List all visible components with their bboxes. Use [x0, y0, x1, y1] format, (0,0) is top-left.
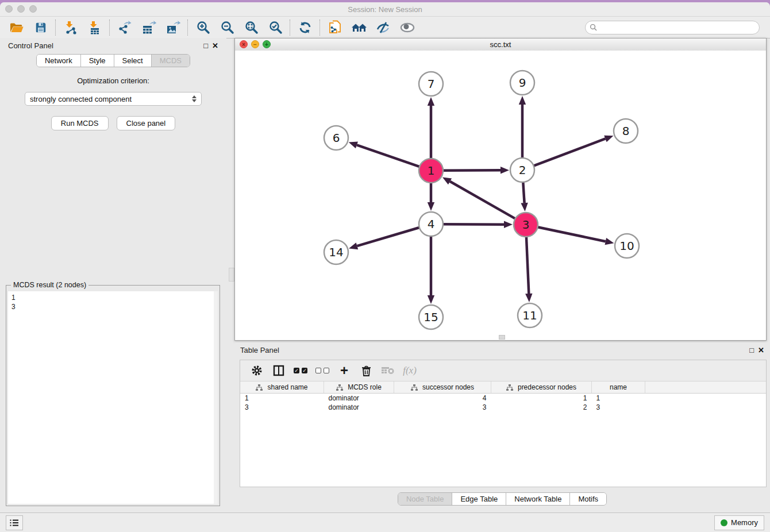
tab-style[interactable]: Style: [81, 55, 114, 67]
table-cell[interactable]: 3: [592, 403, 645, 412]
graph-edge[interactable]: [443, 170, 500, 171]
table-row[interactable]: 1dominator411: [240, 394, 766, 403]
maximize-network-button[interactable]: +: [263, 40, 271, 48]
table-cell[interactable]: 1: [491, 394, 592, 403]
close-panel-button[interactable]: Close panel: [117, 116, 176, 130]
table-cell[interactable]: 1: [592, 394, 645, 403]
tab-motifs[interactable]: Motifs: [570, 493, 606, 505]
graph-edge[interactable]: [450, 182, 515, 219]
tab-network-table[interactable]: Network Table: [506, 493, 570, 505]
table-cell[interactable]: 2: [491, 403, 592, 412]
zoom-fit-button[interactable]: [239, 18, 263, 37]
table-cell[interactable]: 1: [240, 394, 324, 403]
close-window-button[interactable]: [5, 5, 13, 13]
duplicate-network-button[interactable]: [323, 18, 347, 37]
graph-node-label: 9: [519, 76, 526, 90]
table-cell[interactable]: 4: [394, 394, 491, 403]
show-all-networks-button[interactable]: [347, 18, 371, 37]
graph-edge-arrowhead: [428, 202, 434, 211]
result-line: 1: [11, 293, 214, 302]
graph-edge[interactable]: [357, 145, 419, 167]
task-history-button[interactable]: [6, 515, 23, 530]
gear-icon: [251, 365, 263, 376]
splitter-handle[interactable]: [229, 268, 234, 282]
tab-select[interactable]: Select: [114, 55, 152, 67]
column-header-name[interactable]: name: [592, 381, 645, 394]
network-window-title: scc.txt: [490, 40, 511, 49]
import-network-button[interactable]: [59, 18, 83, 37]
result-scrollbar[interactable]: [214, 291, 218, 504]
save-session-button[interactable]: [29, 18, 53, 37]
table-cell[interactable]: 3: [240, 403, 324, 412]
column-header-shared-name[interactable]: shared name: [240, 381, 324, 394]
export-network-button[interactable]: [113, 18, 137, 37]
minimize-window-button[interactable]: [17, 5, 25, 13]
column-header-predecessor-nodes[interactable]: predecessor nodes: [491, 381, 592, 394]
table-cell[interactable]: 3: [394, 403, 491, 412]
zoom-selected-button[interactable]: [263, 18, 287, 37]
graph-edge[interactable]: [538, 227, 606, 241]
column-header-MCDS-role[interactable]: MCDS role: [324, 381, 394, 394]
tab-network[interactable]: Network: [37, 55, 81, 67]
column-header-successor-nodes[interactable]: successor nodes: [394, 381, 491, 394]
result-line: 3: [11, 302, 214, 311]
export-table-icon: [142, 21, 156, 34]
main-toolbar: [0, 17, 770, 38]
function-builder-button[interactable]: f(x): [399, 362, 421, 379]
export-network-icon: [118, 21, 132, 34]
add-column-button[interactable]: +: [333, 362, 355, 379]
zoom-fit-icon: [244, 20, 259, 34]
export-image-button[interactable]: [161, 18, 185, 37]
open-session-button[interactable]: [5, 18, 29, 37]
unselect-all-columns-button[interactable]: [311, 362, 333, 379]
network-graph[interactable]: 7968124314101511: [235, 51, 766, 340]
search-field[interactable]: [585, 21, 760, 34]
close-panel-icon[interactable]: ✕: [212, 42, 218, 49]
delete-table-button[interactable]: [377, 362, 399, 379]
graph-node-label: 3: [522, 218, 530, 232]
network-canvas[interactable]: 7968124314101511: [235, 51, 766, 340]
export-table-button[interactable]: [137, 18, 161, 37]
hide-graphics-button[interactable]: [371, 18, 395, 37]
zoom-out-button[interactable]: [215, 18, 239, 37]
zoom-in-button[interactable]: [191, 18, 215, 37]
search-input[interactable]: [600, 23, 755, 32]
float-table-panel-icon[interactable]: □: [749, 346, 754, 354]
mcds-result-text[interactable]: 1 3: [8, 291, 218, 504]
node-table[interactable]: shared nameMCDS rolesuccessor nodesprede…: [240, 381, 766, 412]
column-label: successor nodes: [422, 383, 474, 391]
graph-edge[interactable]: [526, 237, 529, 294]
minimize-network-button[interactable]: −: [251, 40, 259, 48]
import-table-button[interactable]: [83, 18, 107, 37]
split-columns-button[interactable]: [268, 362, 290, 379]
table-settings-button[interactable]: [246, 362, 268, 379]
table-cell[interactable]: dominator: [324, 394, 394, 403]
graph-edge[interactable]: [443, 224, 504, 225]
select-all-columns-button[interactable]: ✓✓: [290, 362, 311, 379]
graph-edge-arrowhead: [519, 96, 526, 105]
close-table-panel-icon[interactable]: ✕: [758, 346, 764, 354]
maximize-window-button[interactable]: [29, 5, 37, 13]
close-network-button[interactable]: ×: [240, 40, 248, 48]
tab-mcds[interactable]: MCDS: [152, 55, 190, 67]
table-row[interactable]: 3dominator323: [240, 403, 766, 412]
network-window-grip[interactable]: [499, 335, 505, 340]
graph-edge[interactable]: [357, 228, 419, 246]
eye-slash-icon: [376, 21, 391, 34]
panel-splitter[interactable]: [228, 38, 234, 510]
show-graphics-button[interactable]: [395, 18, 419, 37]
memory-button[interactable]: Memory: [714, 515, 764, 530]
apply-layout-button[interactable]: [293, 18, 317, 37]
network-window-titlebar[interactable]: × − + scc.txt: [235, 38, 766, 51]
toolbar-separator: [109, 20, 110, 36]
graph-edge[interactable]: [523, 182, 524, 203]
graph-edge[interactable]: [534, 138, 606, 165]
open-folder-icon: [9, 21, 24, 34]
run-mcds-button[interactable]: Run MCDS: [51, 116, 109, 130]
delete-column-button[interactable]: [355, 362, 377, 379]
tab-edge-table[interactable]: Edge Table: [452, 493, 506, 505]
float-panel-icon[interactable]: □: [203, 42, 208, 49]
criterion-dropdown[interactable]: strongly connected component: [25, 92, 202, 106]
table-cell[interactable]: dominator: [324, 403, 394, 412]
tab-node-table[interactable]: Node Table: [398, 493, 453, 505]
